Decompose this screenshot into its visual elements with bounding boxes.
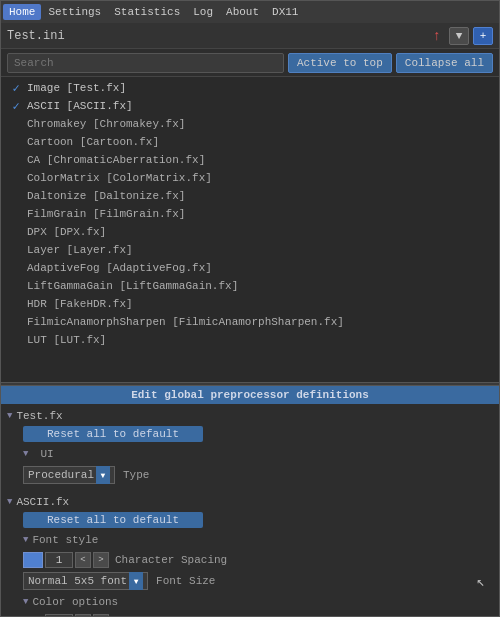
color-options-triangle: ▼ <box>23 597 28 607</box>
font-style-triangle: ▼ <box>23 535 28 545</box>
check-icon-5 <box>9 171 23 185</box>
check-icon-14 <box>9 333 23 347</box>
test-fx-reset-button[interactable]: Reset all to default <box>23 426 203 442</box>
color-options-label: Color options <box>32 596 118 608</box>
effect-item-3[interactable]: Cartoon [Cartoon.fx] <box>1 133 499 151</box>
test-fx-title[interactable]: ▼ Test.fx <box>7 408 493 424</box>
effect-label-6: Daltonize [Daltonize.fx] <box>27 190 185 202</box>
menu-item-statistics[interactable]: Statistics <box>108 4 186 20</box>
char-spacing-row: < > Character Spacing <box>7 550 493 570</box>
effect-item-13[interactable]: FilmicAnamorphSharpen [FilmicAnamorphSha… <box>1 313 499 331</box>
font-size-dropdown[interactable]: Normal 5x5 font ▼ <box>23 572 148 590</box>
effect-item-11[interactable]: LiftGammaGain [LiftGammaGain.fx] <box>1 277 499 295</box>
check-icon-11 <box>9 279 23 293</box>
dropdown-btn[interactable]: ▼ <box>449 27 469 45</box>
preprocessor-header: Edit global preprocessor definitions <box>1 386 499 404</box>
char-spacing-input[interactable] <box>45 552 73 568</box>
check-icon-0: ✓ <box>9 81 23 95</box>
type-dropdown[interactable]: Procedural ▼ <box>23 466 115 484</box>
effect-label-11: LiftGammaGain [LiftGammaGain.fx] <box>27 280 238 292</box>
check-icon-9 <box>9 243 23 257</box>
ascii-fx-reset-button[interactable]: Reset all to default <box>23 512 203 528</box>
font-size-row: Normal 5x5 font ▼ Font Size ↖ <box>7 570 493 592</box>
ui-triangle: ▼ <box>23 449 28 459</box>
active-to-top-button[interactable]: Active to top <box>288 53 392 73</box>
ascii-fx-title[interactable]: ▼ ASCII.fx <box>7 494 493 510</box>
cursor-icon: ↖ <box>477 573 485 590</box>
effect-label-2: Chromakey [Chromakey.fx] <box>27 118 185 130</box>
effect-item-14[interactable]: LUT [LUT.fx] <box>1 331 499 349</box>
type-value: Procedural <box>28 469 94 481</box>
check-icon-13 <box>9 315 23 329</box>
test-fx-label: Test.fx <box>16 410 62 422</box>
menu-item-dx11[interactable]: DX11 <box>266 4 304 20</box>
menu-item-home[interactable]: Home <box>3 4 41 20</box>
effect-label-10: AdaptiveFog [AdaptiveFog.fx] <box>27 262 212 274</box>
check-icon-4 <box>9 153 23 167</box>
effect-label-5: ColorMatrix [ColorMatrix.fx] <box>27 172 212 184</box>
app-window: Home Settings Statistics Log About DX11 … <box>0 0 500 617</box>
search-bar: Active to top Collapse all <box>1 49 499 77</box>
font-size-label: Font Size <box>156 575 215 587</box>
menu-item-settings[interactable]: Settings <box>42 4 107 20</box>
font-size-dropdown-arrow-icon: ▼ <box>129 572 143 590</box>
check-icon-10 <box>9 261 23 275</box>
effect-label-0: Image [Test.fx] <box>27 82 126 94</box>
collapse-triangle-ascii: ▼ <box>7 497 12 507</box>
effect-item-9[interactable]: Layer [Layer.fx] <box>1 241 499 259</box>
effect-label-3: Cartoon [Cartoon.fx] <box>27 136 159 148</box>
effect-item-2[interactable]: Chromakey [Chromakey.fx] <box>1 115 499 133</box>
ascii-fx-section: ▼ ASCII.fx Reset all to default ▼ Font s… <box>1 490 499 616</box>
effect-label-9: Layer [Layer.fx] <box>27 244 133 256</box>
effect-label-13: FilmicAnamorphSharpen [FilmicAnamorphSha… <box>27 316 344 328</box>
font-color-mode-increment[interactable]: > <box>93 614 109 616</box>
effect-item-0[interactable]: ✓ Image [Test.fx] <box>1 79 499 97</box>
effect-label-12: HDR [FakeHDR.fx] <box>27 298 133 310</box>
check-icon-1: ✓ <box>9 99 23 113</box>
effect-label-7: FilmGrain [FilmGrain.fx] <box>27 208 185 220</box>
effect-label-8: DPX [DPX.fx] <box>27 226 106 238</box>
font-style-label: Font style <box>32 534 102 546</box>
ui-label: UI <box>40 448 53 460</box>
font-color-mode-decrement[interactable]: < <box>75 614 91 616</box>
check-icon-12 <box>9 297 23 311</box>
effect-item-12[interactable]: HDR [FakeHDR.fx] <box>1 295 499 313</box>
effects-list: ✓ Image [Test.fx] ✓ ASCII [ASCII.fx] Chr… <box>1 77 499 382</box>
check-icon-3 <box>9 135 23 149</box>
check-icon-6 <box>9 189 23 203</box>
collapse-triangle-test: ▼ <box>7 411 12 421</box>
effect-item-5[interactable]: ColorMatrix [ColorMatrix.fx] <box>1 169 499 187</box>
test-fx-ui-row: ▼ UI <box>7 444 493 464</box>
type-label: Type <box>123 469 149 481</box>
filename-label: Test.ini <box>7 29 429 43</box>
dropdown-arrow-icon: ▼ <box>96 466 110 484</box>
char-spacing-increment[interactable]: > <box>93 552 109 568</box>
menu-item-log[interactable]: Log <box>187 4 219 20</box>
effect-item-8[interactable]: DPX [DPX.fx] <box>1 223 499 241</box>
effect-item-1[interactable]: ✓ ASCII [ASCII.fx] <box>1 97 499 115</box>
check-icon-8 <box>9 225 23 239</box>
char-spacing-decrement[interactable]: < <box>75 552 91 568</box>
font-color-mode-input[interactable] <box>45 614 73 616</box>
search-input[interactable] <box>7 53 284 73</box>
color-swatch[interactable] <box>23 552 43 568</box>
add-btn[interactable]: + <box>473 27 493 45</box>
effect-label-1: ASCII [ASCII.fx] <box>27 100 133 112</box>
collapse-all-button[interactable]: Collapse all <box>396 53 493 73</box>
font-size-value: Normal 5x5 font <box>28 575 127 587</box>
effect-item-4[interactable]: CA [ChromaticAberration.fx] <box>1 151 499 169</box>
effect-item-10[interactable]: AdaptiveFog [AdaptiveFog.fx] <box>1 259 499 277</box>
effect-label-4: CA [ChromaticAberration.fx] <box>27 154 205 166</box>
title-bar: Test.ini ↑ ▼ + <box>1 23 499 49</box>
menu-bar: Home Settings Statistics Log About DX11 <box>1 1 499 23</box>
test-fx-section: ▼ Test.fx Reset all to default ▼ UI Proc… <box>1 404 499 490</box>
check-icon-2 <box>9 117 23 131</box>
preprocessor-section: Edit global preprocessor definitions ▼ T… <box>1 386 499 616</box>
ascii-fx-label: ASCII.fx <box>16 496 69 508</box>
menu-item-about[interactable]: About <box>220 4 265 20</box>
ascii-font-style-row: ▼ Font style <box>7 530 493 550</box>
effect-item-7[interactable]: FilmGrain [FilmGrain.fx] <box>1 205 499 223</box>
check-icon-7 <box>9 207 23 221</box>
color-options-row: ▼ Color options <box>7 592 493 612</box>
effect-item-6[interactable]: Daltonize [Daltonize.fx] <box>1 187 499 205</box>
